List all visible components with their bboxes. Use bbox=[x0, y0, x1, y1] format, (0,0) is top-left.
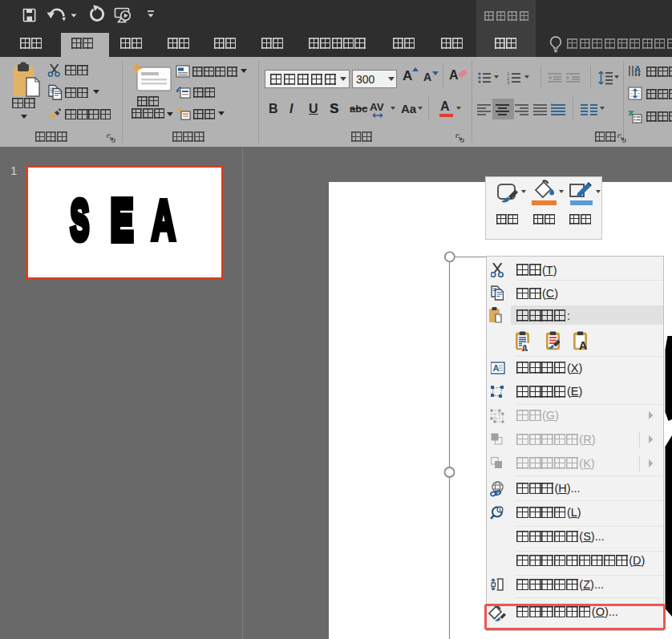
svg-text:E: E bbox=[111, 188, 132, 251]
svg-text:A: A bbox=[634, 65, 641, 74]
svg-text:A: A bbox=[579, 339, 587, 351]
svg-text:A: A bbox=[152, 188, 176, 251]
svg-text:S: S bbox=[71, 188, 89, 251]
svg-text:A: A bbox=[493, 363, 500, 373]
svg-text:3: 3 bbox=[507, 80, 510, 84]
